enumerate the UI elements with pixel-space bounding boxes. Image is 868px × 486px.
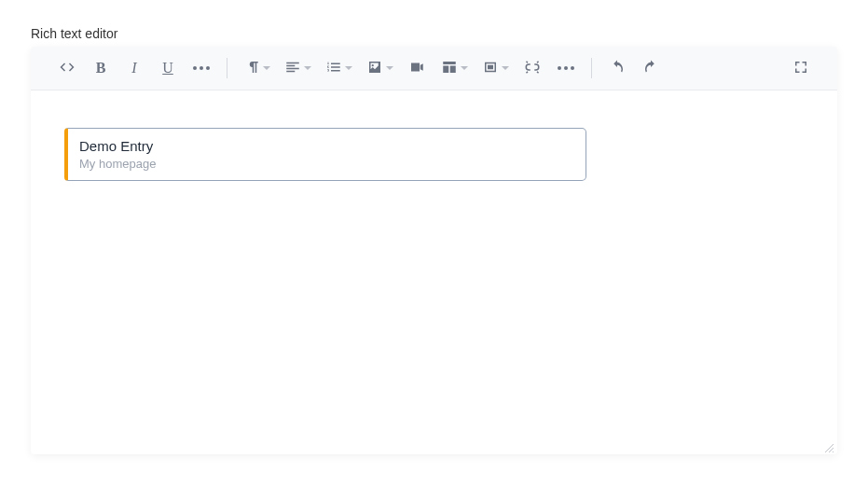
chevron-down-icon (263, 66, 270, 70)
code-view-button[interactable] (51, 52, 83, 84)
editor-container: B I U (31, 47, 837, 454)
resize-handle[interactable] (823, 440, 834, 451)
entry-title: Demo Entry (79, 138, 574, 154)
svg-line-2 (833, 451, 834, 452)
more-rich-button[interactable] (550, 52, 582, 84)
separator (591, 58, 592, 78)
video-icon (408, 59, 425, 78)
image-button[interactable] (360, 52, 399, 84)
unlink-button[interactable] (517, 52, 548, 84)
bold-icon: B (96, 60, 106, 76)
fullscreen-button[interactable] (785, 52, 817, 84)
italic-icon: I (131, 60, 136, 76)
undo-icon (609, 59, 626, 78)
chevron-down-icon (502, 66, 509, 70)
toolbar: B I U (31, 47, 837, 90)
image-icon (366, 59, 383, 78)
chevron-down-icon (386, 66, 393, 70)
list-button[interactable] (319, 52, 358, 84)
more-text-button[interactable] (186, 52, 217, 84)
paragraph-format-button[interactable] (237, 52, 276, 84)
entry-subtitle: My homepage (79, 157, 574, 171)
code-icon (59, 59, 76, 78)
align-left-icon (284, 59, 301, 78)
editor-content[interactable]: Demo Entry My homepage (31, 90, 837, 454)
table-icon (441, 59, 458, 78)
chevron-down-icon (345, 66, 352, 70)
chevron-down-icon (304, 66, 311, 70)
editor-label: Rich text editor (31, 26, 837, 41)
italic-button[interactable]: I (118, 52, 150, 84)
video-button[interactable] (401, 52, 433, 84)
ellipsis-icon (193, 66, 210, 70)
underline-icon: U (162, 60, 173, 76)
embed-icon (482, 59, 499, 78)
entry-card[interactable]: Demo Entry My homepage (64, 128, 586, 181)
fullscreen-icon (792, 59, 809, 78)
chevron-down-icon (461, 66, 468, 70)
underline-button[interactable]: U (152, 52, 184, 84)
embed-button[interactable] (475, 52, 515, 84)
table-button[interactable] (434, 52, 474, 84)
redo-icon (642, 59, 659, 78)
undo-button[interactable] (601, 52, 633, 84)
bold-button[interactable]: B (85, 52, 117, 84)
ordered-list-icon (325, 59, 342, 78)
redo-button[interactable] (635, 52, 667, 84)
unlink-icon (524, 59, 541, 78)
svg-line-0 (825, 444, 834, 452)
separator (227, 58, 227, 78)
ellipsis-icon (558, 66, 574, 70)
align-button[interactable] (278, 52, 317, 84)
pilcrow-icon (243, 59, 260, 78)
